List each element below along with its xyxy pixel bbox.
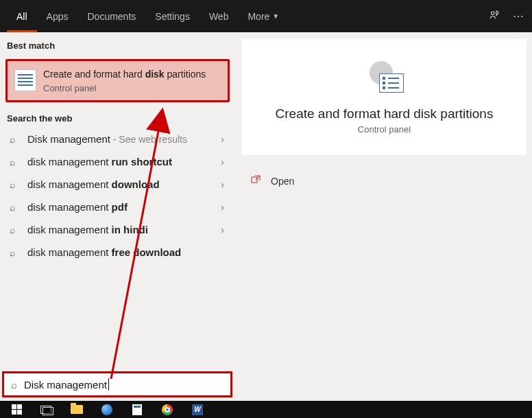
tab-label: More [247, 11, 269, 22]
search-icon: ⌕ [10, 224, 19, 235]
web-result-text: disk management run shortcut [27, 156, 172, 167]
web-result-text: disk management free download [27, 246, 181, 258]
web-result-2[interactable]: ⌕ disk management download › [0, 173, 235, 196]
chevron-right-icon: › [221, 202, 224, 213]
search-icon: ⌕ [10, 179, 19, 190]
search-icon: ⌕ [10, 156, 19, 167]
taskbar-chrome[interactable] [152, 401, 182, 418]
search-input[interactable]: ⌕ Disk management [2, 371, 232, 397]
open-icon [250, 174, 263, 187]
chevron-right-icon: › [221, 224, 224, 235]
preview-card: Create and format hard disk partitions C… [242, 39, 527, 155]
best-match-subtitle: Control panel [43, 83, 206, 93]
best-match-item[interactable]: Create and format hard disk partitions C… [5, 59, 230, 102]
chevron-right-icon: › [221, 156, 224, 167]
web-result-text: disk management download [27, 178, 160, 190]
tab-web[interactable]: Web [200, 0, 239, 32]
taskbar: W [0, 401, 532, 418]
best-match-title: Create and format hard disk partitions [43, 68, 206, 80]
search-bar-area: ⌕ Disk management [0, 371, 532, 401]
web-result-4[interactable]: ⌕ disk management in hindi › [0, 218, 235, 241]
chevron-right-icon: › [221, 134, 224, 145]
tab-label: Web [209, 11, 229, 22]
section-header-web: Search the web [0, 105, 235, 128]
search-value: Disk management [24, 379, 107, 391]
main-split: Best match Create and format hard disk p… [0, 32, 532, 371]
feedback-icon[interactable] [488, 9, 500, 24]
chevron-down-icon: ▼ [272, 12, 279, 20]
preview-title: Create and format hard disk partitions [256, 106, 513, 121]
taskbar-word[interactable]: W [182, 401, 213, 418]
results-column: Best match Create and format hard disk p… [0, 32, 235, 371]
tab-label: All [16, 11, 27, 22]
task-view-button[interactable] [32, 401, 62, 418]
preview-subtitle: Control panel [256, 124, 513, 135]
tab-label: Apps [47, 11, 69, 22]
web-result-text: disk management pdf [27, 201, 128, 213]
chevron-right-icon: › [221, 179, 224, 190]
tab-documents[interactable]: Documents [77, 0, 145, 32]
tab-all[interactable]: All [7, 0, 37, 32]
web-result-text: Disk management - See web results [27, 133, 187, 145]
tab-label: Documents [87, 11, 136, 22]
preview-column: Create and format hard disk partitions C… [235, 32, 532, 371]
web-result-text: disk management in hindi [27, 224, 148, 235]
tab-settings[interactable]: Settings [145, 0, 200, 32]
taskbar-calculator[interactable] [122, 401, 152, 418]
action-open[interactable]: Open [242, 167, 527, 194]
action-label: Open [271, 176, 294, 187]
taskbar-file-explorer[interactable] [62, 401, 92, 418]
web-result-3[interactable]: ⌕ disk management pdf › [0, 196, 235, 218]
tab-more[interactable]: More ▼ [238, 0, 289, 32]
search-icon: ⌕ [10, 247, 19, 258]
section-header-best: Best match [0, 32, 235, 55]
search-icon: ⌕ [10, 202, 19, 213]
tab-label: Settings [155, 11, 190, 22]
preview-app-icon [365, 58, 404, 97]
web-result-1[interactable]: ⌕ disk management run shortcut › [0, 150, 235, 173]
text-cursor [108, 378, 109, 391]
preview-actions: Open [242, 167, 527, 194]
start-button[interactable] [1, 401, 32, 418]
search-icon: ⌕ [11, 379, 17, 391]
search-icon: ⌕ [10, 134, 19, 145]
web-result-0[interactable]: ⌕ Disk management - See web results › [0, 128, 235, 150]
svg-point-0 [492, 11, 495, 14]
taskbar-browser[interactable] [92, 401, 122, 418]
web-result-5[interactable]: ⌕ disk management free download [0, 241, 235, 264]
ellipsis-icon[interactable]: ⋯ [513, 10, 524, 23]
tab-apps[interactable]: Apps [37, 0, 78, 32]
scope-tab-bar: All Apps Documents Settings Web More ▼ ⋯ [0, 0, 532, 32]
control-panel-icon [14, 69, 36, 91]
